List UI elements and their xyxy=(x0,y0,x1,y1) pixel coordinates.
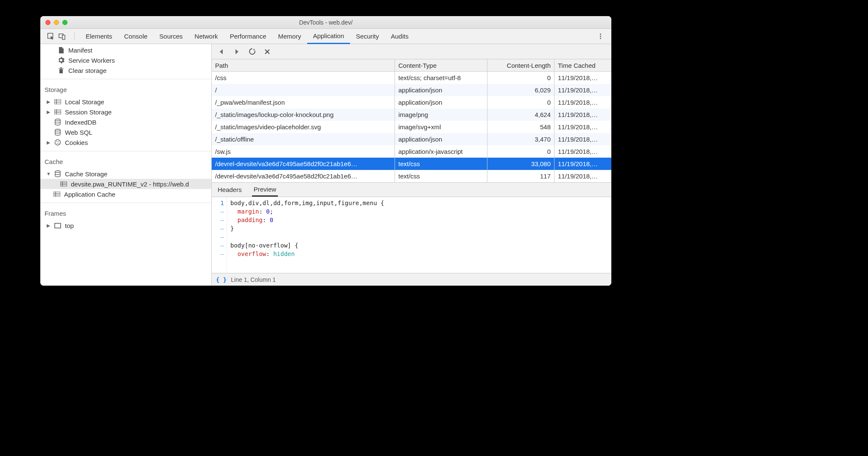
cache-group: ▼ Cache Storage devsite.pwa_RUNTIME_v2 -… xyxy=(40,168,211,200)
code-preview[interactable]: 1 – – – – – – body,div,dl,dd,form,img,in… xyxy=(212,197,611,273)
inspect-element-icon[interactable] xyxy=(47,33,55,40)
devtools-window: DevTools - web.dev/ Elements Console Sou… xyxy=(40,16,611,286)
svg-point-15 xyxy=(58,142,59,142)
tab-elements[interactable]: Elements xyxy=(80,29,118,44)
window-title: DevTools - web.dev/ xyxy=(40,19,611,26)
sidebar-item-label: IndexedDB xyxy=(65,119,96,126)
svg-rect-3 xyxy=(54,99,61,104)
more-menu-icon[interactable] xyxy=(596,32,605,41)
subtab-headers[interactable]: Headers xyxy=(216,184,244,196)
svg-rect-27 xyxy=(55,223,61,228)
cache-toolbar xyxy=(212,44,611,59)
tab-audits[interactable]: Audits xyxy=(385,29,414,44)
tab-performance[interactable]: Performance xyxy=(224,29,272,44)
tab-security[interactable]: Security xyxy=(350,29,385,44)
tab-network[interactable]: Network xyxy=(189,29,224,44)
col-header-time[interactable]: Time Cached xyxy=(554,59,611,71)
sidebar-item-local-storage[interactable]: ▶ Local Storage xyxy=(40,97,211,107)
tab-application[interactable]: Application xyxy=(307,29,350,44)
table-body: /csstext/css; charset=utf-8011/19/2018,…… xyxy=(212,72,611,182)
refresh-icon[interactable] xyxy=(248,48,256,56)
braces-icon[interactable]: { } xyxy=(216,276,227,283)
sidebar-item-cache-storage[interactable]: ▼ Cache Storage xyxy=(40,169,211,179)
window-controls xyxy=(45,20,67,25)
storage-group-title: Storage xyxy=(40,82,211,96)
tab-sources[interactable]: Sources xyxy=(154,29,189,44)
sidebar-item-label: Manifest xyxy=(68,47,92,54)
cache-group-title: Cache xyxy=(40,154,211,168)
code-content: body,div,dl,dd,form,img,input,figure,men… xyxy=(227,197,611,273)
grid-icon xyxy=(54,98,62,106)
device-toggle-icon[interactable] xyxy=(58,33,66,40)
main-panel: Path Content-Type Content-Length Time Ca… xyxy=(212,44,611,286)
table-row[interactable]: /csstext/css; charset=utf-8011/19/2018,… xyxy=(212,72,611,84)
svg-point-16 xyxy=(57,143,58,144)
svg-point-18 xyxy=(55,171,60,172)
col-header-type[interactable]: Content-Type xyxy=(395,59,487,71)
svg-rect-7 xyxy=(54,109,61,114)
close-window-button[interactable] xyxy=(45,20,50,25)
sidebar-item-label: devsite.pwa_RUNTIME_v2 - https://web.d xyxy=(71,181,189,188)
col-header-length[interactable]: Content-Length xyxy=(487,59,554,71)
sidebar-item-manifest[interactable]: ▶ Manifest xyxy=(40,45,211,55)
database-icon xyxy=(54,170,62,178)
sidebar-item-service-workers[interactable]: ▶ Service Workers xyxy=(40,55,211,65)
table-header: Path Content-Type Content-Length Time Ca… xyxy=(212,59,611,72)
sidebar-item-label: Application Cache xyxy=(64,191,115,198)
code-gutter: 1 – – – – – – xyxy=(212,197,227,273)
prev-icon[interactable] xyxy=(218,48,225,56)
sidebar-item-top-frame[interactable]: ▶ top xyxy=(40,220,211,231)
subtab-preview[interactable]: Preview xyxy=(252,183,278,197)
svg-point-11 xyxy=(55,119,60,121)
file-icon xyxy=(57,46,65,54)
sidebar-item-label: Service Workers xyxy=(68,57,115,64)
sidebar-item-websql[interactable]: ▶ Web SQL xyxy=(40,127,211,137)
sidebar-item-cache-entry[interactable]: devsite.pwa_RUNTIME_v2 - https://web.d xyxy=(40,179,211,189)
app-group: ▶ Manifest ▶ Service Workers ▶ Clear sto… xyxy=(40,44,211,76)
sidebar-item-label: Clear storage xyxy=(68,67,106,74)
sidebar-item-application-cache[interactable]: Application Cache xyxy=(40,189,211,199)
sidebar-item-session-storage[interactable]: ▶ Session Storage xyxy=(40,107,211,117)
cache-table: Path Content-Type Content-Length Time Ca… xyxy=(212,59,611,183)
frame-icon xyxy=(54,222,62,229)
col-header-path[interactable]: Path xyxy=(212,59,395,71)
svg-point-14 xyxy=(56,141,57,142)
table-row[interactable]: /_static/images/lockup-color-knockout.pn… xyxy=(212,108,611,121)
sidebar-item-clear-storage[interactable]: ▶ Clear storage xyxy=(40,65,211,75)
frames-group-title: Frames xyxy=(40,206,211,220)
table-row[interactable]: /_pwa/web/manifest.jsonapplication/json0… xyxy=(212,96,611,108)
gear-icon xyxy=(57,56,65,64)
cookie-icon xyxy=(54,139,62,146)
svg-point-12 xyxy=(55,129,60,131)
table-row[interactable]: /devrel-devsite/va3e6d7c495ae58d2f0c21ab… xyxy=(212,170,611,182)
sidebar-item-indexeddb[interactable]: ▶ IndexedDB xyxy=(40,117,211,127)
trash-icon xyxy=(57,67,65,74)
svg-point-13 xyxy=(55,140,61,145)
table-row[interactable]: /devrel-devsite/va3e6d7c495ae58d2f0c21ab… xyxy=(212,158,611,170)
delete-icon[interactable] xyxy=(263,48,271,56)
preview-subpanel: Headers Preview 1 – – – – – – body,div,d… xyxy=(212,183,611,286)
svg-rect-19 xyxy=(60,181,67,186)
separator xyxy=(74,32,75,41)
table-row[interactable]: /sw.jsapplication/x-javascript011/19/201… xyxy=(212,145,611,158)
application-sidebar: ▶ Manifest ▶ Service Workers ▶ Clear sto… xyxy=(40,44,212,286)
tab-console[interactable]: Console xyxy=(118,29,154,44)
subtabs: Headers Preview xyxy=(212,183,611,197)
next-icon[interactable] xyxy=(233,48,241,56)
sidebar-item-label: Web SQL xyxy=(65,129,92,136)
tab-memory[interactable]: Memory xyxy=(272,29,307,44)
table-row[interactable]: /_static/offlineapplication/json3,47011/… xyxy=(212,133,611,145)
sidebar-item-label: Cookies xyxy=(65,139,88,146)
frames-group: ▶ top xyxy=(40,220,211,231)
svg-rect-2 xyxy=(62,35,65,39)
grid-icon xyxy=(54,108,62,116)
sidebar-item-cookies[interactable]: ▶ Cookies xyxy=(40,137,211,147)
table-row[interactable]: /application/json6,02911/19/2018,… xyxy=(212,84,611,96)
table-row[interactable]: /_static/images/video-placeholder.svgima… xyxy=(212,121,611,133)
minimize-window-button[interactable] xyxy=(54,20,59,25)
cursor-position: Line 1, Column 1 xyxy=(231,276,276,283)
svg-point-17 xyxy=(59,143,59,144)
zoom-window-button[interactable] xyxy=(62,20,67,25)
statusbar: { } Line 1, Column 1 xyxy=(212,273,611,286)
sidebar-item-label: Local Storage xyxy=(65,98,104,106)
